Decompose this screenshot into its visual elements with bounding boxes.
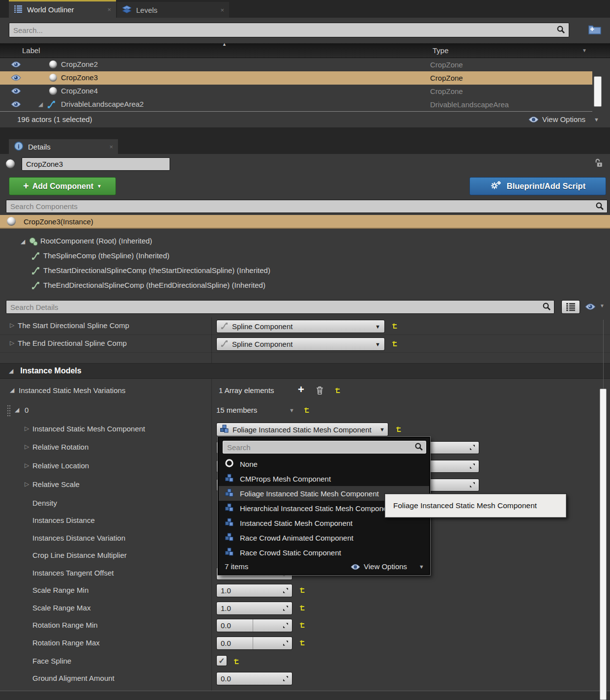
view-options-button[interactable]: View Options — [542, 115, 585, 123]
outliner-scrollbar[interactable] — [594, 76, 602, 107]
tree-row-spline-comp[interactable]: TheSplineComp (theSpline) (Inherited) — [0, 249, 610, 264]
chevron-down-icon[interactable]: ▼ — [600, 303, 605, 308]
details-tabbar: i Details × — [0, 127, 610, 154]
new-folder-button[interactable] — [586, 23, 604, 37]
outliner-row[interactable]: CropZone4 CropZone — [0, 85, 592, 98]
property-matrix-button[interactable] — [561, 300, 580, 314]
visibility-eye-icon[interactable] — [11, 74, 21, 83]
visibility-eye-icon[interactable] — [11, 101, 21, 109]
search-icon — [542, 302, 551, 312]
expand-arrow-icon[interactable]: ▷ — [10, 339, 14, 346]
collapse-arrow-icon[interactable]: ◢ — [10, 387, 14, 394]
drag-grip-icon[interactable] — [7, 405, 11, 418]
dropdown-search[interactable] — [223, 441, 426, 454]
close-icon[interactable]: × — [213, 6, 224, 14]
outliner-row[interactable]: ◢ DrivableLandscapeArea2 DrivableLandsca… — [0, 98, 592, 111]
reset-to-default-icon[interactable] — [395, 426, 402, 434]
dropdown-item-none[interactable]: None — [219, 457, 429, 471]
unlock-icon[interactable] — [595, 158, 603, 169]
reset-to-default-icon[interactable] — [298, 587, 305, 595]
scale-range-min-field[interactable]: 1.0 — [216, 584, 292, 597]
tree-row-start-directional-spline[interactable]: TheStartDirectionalSplineComp (theStartD… — [0, 264, 610, 278]
component-instance-row[interactable]: CropZone3(Instance) — [0, 215, 610, 229]
collapse-arrow-icon[interactable]: ◢ — [15, 406, 19, 413]
rotation-range-min-field[interactable]: 0.0 — [216, 619, 292, 632]
expand-arrow-icon[interactable]: ▷ — [25, 462, 29, 469]
add-element-icon[interactable]: + — [298, 383, 304, 396]
property-row-element-0: ◢ 0 15 members ▼ — [0, 402, 610, 419]
outliner-search[interactable] — [9, 23, 569, 37]
blueprint-add-script-button[interactable]: Blueprint/Add Script — [469, 177, 606, 195]
property-label: Face Spline — [32, 657, 71, 665]
trash-icon[interactable] — [316, 386, 323, 396]
actor-count: 196 actors (1 selected) — [17, 115, 92, 123]
rotation-range-max-field[interactable]: 0.0 — [216, 637, 292, 650]
dropdown-footer: 7 items View Options ▼ — [219, 560, 429, 575]
dropdown-item-race-crowd-animated[interactable]: Race Crowd Animated Component — [219, 530, 429, 545]
actor-name-input[interactable] — [22, 157, 170, 171]
collapse-arrow-icon[interactable]: ◢ — [21, 238, 25, 245]
column-header-type[interactable]: Type — [433, 46, 449, 55]
column-header-label[interactable]: Label — [22, 46, 40, 55]
search-details[interactable] — [6, 300, 554, 314]
sort-ascending-icon[interactable]: ▲ — [222, 42, 227, 47]
view-options-button[interactable]: View Options — [364, 562, 407, 571]
reset-to-default-icon[interactable] — [391, 340, 398, 349]
actor-label: DrivableLandscapeArea2 — [61, 100, 144, 108]
spline-component-icon — [31, 267, 40, 276]
outliner-search-input[interactable] — [9, 23, 569, 37]
outliner-row-selected[interactable]: CropZone3 CropZone — [0, 71, 592, 85]
expand-arrow-icon[interactable]: ▷ — [25, 425, 29, 432]
search-details-input[interactable] — [6, 300, 554, 314]
tab-details[interactable]: i Details × — [9, 139, 118, 154]
tab-world-outliner[interactable]: World Outliner × — [9, 0, 116, 18]
close-icon[interactable]: × — [100, 6, 111, 13]
property-label: Instanced Static Mesh Component — [32, 425, 145, 433]
tab-label: Details — [28, 143, 51, 151]
search-components-input[interactable] — [6, 200, 608, 213]
end-spline-dropdown[interactable]: Spline Component ▼ — [216, 337, 385, 351]
tree-row-root-component[interactable]: ◢ RootComponent (Root) (Inherited) — [0, 234, 610, 249]
search-components[interactable] — [6, 200, 608, 213]
face-spline-checkbox[interactable]: ✓ — [216, 655, 227, 666]
mesh-class-dropdown[interactable]: Foliage Instanced Static Mesh Component … — [216, 423, 388, 436]
dropdown-item-race-crowd-static[interactable]: Race Crowd Static Component — [219, 545, 429, 560]
reset-to-default-icon[interactable] — [232, 658, 239, 667]
dropdown-item-cmprops[interactable]: CMProps Mesh Component — [219, 471, 429, 486]
dropdown-item-instanced[interactable]: Instanced Static Mesh Component — [219, 516, 429, 530]
search-icon — [556, 25, 565, 35]
expand-arrow-icon[interactable]: ▷ — [25, 481, 29, 487]
reset-to-default-icon[interactable] — [334, 387, 341, 396]
eye-icon — [350, 563, 360, 572]
tree-row-end-directional-spline[interactable]: TheEndDirectionalSplineComp (theEndDirec… — [0, 278, 610, 293]
filter-icon[interactable]: ▼ — [582, 48, 587, 53]
tab-levels[interactable]: Levels × — [117, 2, 229, 18]
close-icon[interactable]: × — [102, 143, 113, 151]
ground-aligment-field[interactable]: 0.0 — [216, 672, 292, 685]
scale-range-max-field[interactable]: 1.0 — [216, 602, 292, 615]
chevron-down-icon[interactable]: ▼ — [289, 407, 294, 413]
details-scrollbar[interactable] — [600, 389, 607, 700]
outliner-row[interactable]: CropZone2 CropZone — [0, 58, 592, 71]
reset-to-default-icon[interactable] — [391, 323, 398, 331]
expand-arrow-icon[interactable]: ▷ — [25, 443, 29, 450]
expand-arrow-icon[interactable]: ▷ — [10, 322, 14, 329]
reset-to-default-icon[interactable] — [298, 639, 305, 648]
reset-to-default-icon[interactable] — [298, 622, 305, 630]
search-icon — [414, 442, 423, 453]
visibility-eye-icon[interactable] — [11, 88, 21, 96]
reset-to-default-icon[interactable] — [298, 605, 305, 613]
expand-arrow-icon[interactable]: ◢ — [38, 101, 43, 108]
display-filter-eye-icon[interactable] — [585, 303, 596, 312]
dropdown-item-label: Race Crowd Animated Component — [240, 534, 353, 542]
visibility-eye-icon[interactable] — [11, 61, 21, 69]
element-index: 0 — [25, 406, 29, 414]
spin-divider — [253, 637, 253, 649]
multi-value-icon — [283, 621, 289, 630]
reset-to-default-icon[interactable] — [303, 407, 310, 415]
actor-name-box[interactable] — [22, 157, 170, 171]
start-spline-dropdown[interactable]: Spline Component ▼ — [216, 320, 385, 333]
dropdown-search-input[interactable] — [223, 441, 426, 454]
add-component-button[interactable]: + Add Component ▼ — [9, 177, 116, 195]
section-instance-models[interactable]: ◢ Instance Models — [0, 363, 610, 379]
